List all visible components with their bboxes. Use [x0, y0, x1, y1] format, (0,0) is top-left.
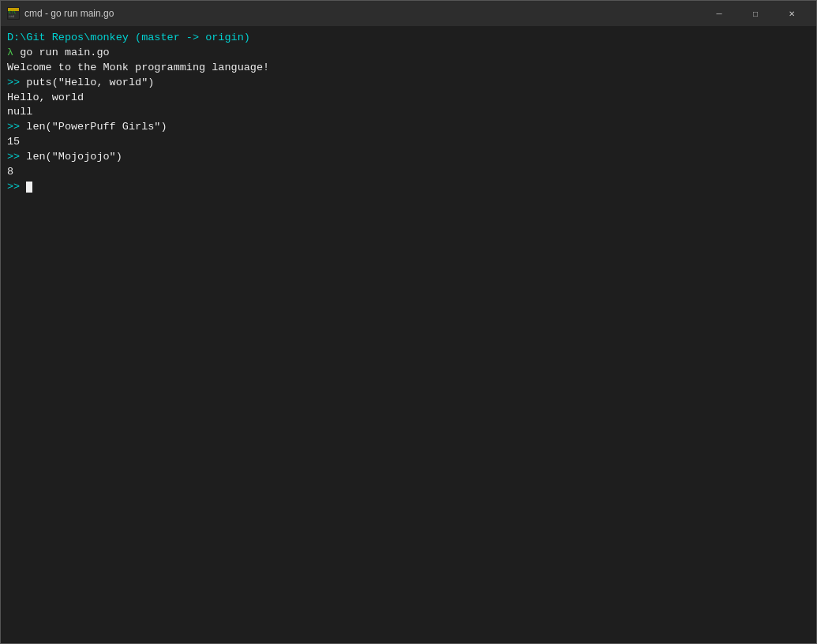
terminal-line-prompt1: >> puts("Hello, world") — [7, 76, 810, 91]
close-button[interactable]: ✕ — [774, 1, 810, 26]
terminal-line-current-prompt: >> — [7, 180, 810, 195]
terminal-cursor — [26, 182, 32, 193]
cmd-icon: C:\ cmd — [7, 7, 20, 20]
titlebar: C:\ cmd cmd - go run main.go ─ □ ✕ — [1, 1, 816, 26]
terminal-line-hello: Hello, world — [7, 91, 810, 106]
terminal-window: C:\ cmd cmd - go run main.go ─ □ ✕ D:\Gi… — [0, 0, 817, 644]
terminal-line-null: null — [7, 105, 810, 120]
terminal-line-8: 8 — [7, 165, 810, 180]
terminal-line-prompt2: >> len("PowerPuff Girls") — [7, 120, 810, 135]
titlebar-controls: ─ □ ✕ — [701, 1, 810, 26]
terminal-line-lambda-cmd: λ go run main.go — [7, 46, 810, 61]
terminal-line-welcome: Welcome to the Monk programming language… — [7, 61, 810, 76]
minimize-button[interactable]: ─ — [701, 1, 737, 26]
maximize-button[interactable]: □ — [737, 1, 774, 26]
terminal-line-15: 15 — [7, 135, 810, 150]
svg-text:cmd: cmd — [9, 14, 15, 18]
terminal-line-prompt3: >> len("Mojojojo") — [7, 150, 810, 165]
window-title: cmd - go run main.go — [24, 8, 114, 19]
terminal-body[interactable]: D:\Git Repos\monkey (master -> origin) λ… — [1, 26, 816, 643]
terminal-line-path: D:\Git Repos\monkey (master -> origin) — [7, 31, 810, 46]
titlebar-left: C:\ cmd cmd - go run main.go — [7, 7, 114, 20]
